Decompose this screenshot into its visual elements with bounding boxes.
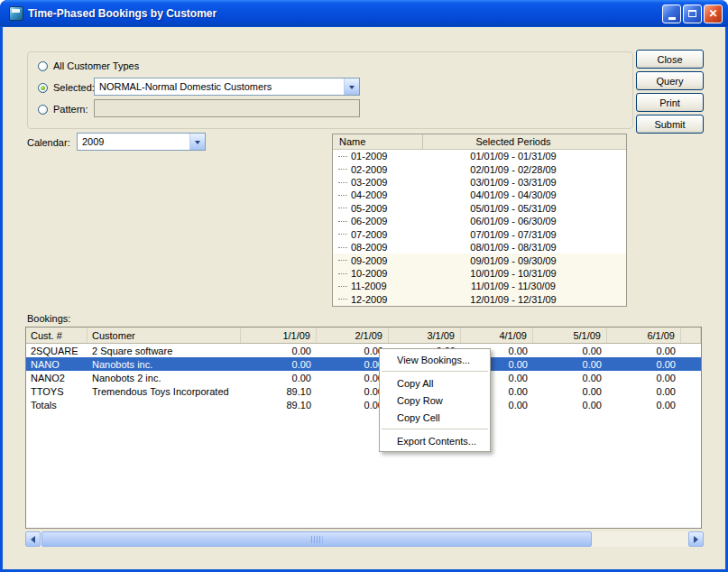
- tree-branch-icon: [338, 208, 347, 208]
- booking-value-cell: 0.00: [241, 373, 317, 383]
- bookings-body: 2SQUARE2 Square software0.000.000.000.00…: [26, 344, 701, 528]
- radio-row-all-customers: All Customer Types: [38, 57, 139, 75]
- bookings-row[interactable]: NANONanobots inc.0.000.000.000.000.000.0…: [26, 357, 701, 371]
- customer-type-value: NORMAL-Normal Domestic Customers: [95, 81, 344, 92]
- print-button[interactable]: Print: [636, 93, 704, 112]
- period-name: 05-2009: [351, 203, 387, 214]
- booking-value-cell: 0.00: [533, 386, 607, 397]
- booking-value-cell: 0.00: [317, 359, 389, 370]
- period-row[interactable]: 11-200911/01/09 - 11/30/09: [333, 280, 626, 292]
- period-row[interactable]: 02-200902/01/09 - 02/28/09: [333, 162, 626, 175]
- selected-radio[interactable]: [38, 83, 48, 93]
- bookings-column-header[interactable]: 5/1/09: [533, 328, 607, 343]
- booking-value-cell: 0.00: [607, 373, 681, 383]
- periods-panel: Name Selected Periods 01-200901/01/09 - …: [332, 134, 627, 307]
- periods-header: Name Selected Periods: [333, 134, 626, 150]
- bookings-row[interactable]: TTOYSTremendous Toys Incorporated89.100.…: [26, 384, 701, 398]
- booking-value-cell: 0.00: [607, 359, 681, 370]
- cust-number-cell: 2SQUARE: [26, 346, 88, 356]
- period-name: 01-2009: [351, 151, 387, 161]
- period-row[interactable]: 07-200907/01/09 - 07/31/09: [333, 228, 626, 241]
- menu-item[interactable]: Copy Cell: [380, 409, 490, 426]
- tree-branch-icon: [338, 169, 347, 170]
- bookings-column-header[interactable]: 6/1/09: [607, 328, 681, 343]
- bookings-row[interactable]: 2SQUARE2 Square software0.000.000.000.00…: [26, 344, 701, 357]
- selected-label[interactable]: Selected:: [53, 82, 95, 93]
- titlebar-maximize-button[interactable]: [683, 5, 702, 23]
- booking-value-cell: 0.00: [533, 400, 607, 411]
- dropdown-arrow-icon: [349, 86, 355, 92]
- menu-separator: [382, 371, 488, 372]
- all-customer-types-radio[interactable]: [38, 61, 48, 71]
- all-customer-types-label[interactable]: All Customer Types: [53, 60, 139, 71]
- period-range: 08/01/09 - 08/31/09: [423, 242, 604, 253]
- close-button[interactable]: Close: [636, 50, 704, 69]
- dropdown-arrow-icon: [195, 141, 200, 147]
- periods-name-column-header[interactable]: Name: [333, 134, 423, 149]
- horizontal-scrollbar[interactable]: [25, 531, 704, 547]
- menu-item[interactable]: Copy Row: [380, 392, 490, 409]
- calendar-dropdown-button[interactable]: [189, 134, 205, 150]
- period-name: 07-2009: [351, 229, 387, 240]
- booking-value-cell: 0.00: [533, 373, 607, 383]
- tree-branch-icon: [338, 156, 347, 157]
- tree-branch-icon: [338, 221, 347, 222]
- window: Time-Phased Bookings by Customer ✕ All C…: [0, 0, 728, 572]
- dialog-content: All Customer Types Selected: NORMAL-Norm…: [3, 27, 725, 569]
- period-row[interactable]: 01-200901/01/09 - 01/31/09: [333, 150, 626, 162]
- maximize-icon: [688, 10, 696, 17]
- radio-row-pattern: Pattern:: [38, 100, 88, 118]
- customer-type-combobox[interactable]: NORMAL-Normal Domestic Customers: [94, 78, 360, 96]
- menu-item[interactable]: View Bookings...: [380, 351, 490, 368]
- booking-value-cell: 0.00: [317, 400, 389, 411]
- period-row[interactable]: 08-200908/01/09 - 08/31/09: [333, 241, 626, 254]
- titlebar[interactable]: Time-Phased Bookings by Customer ✕: [0, 0, 728, 27]
- period-range: 02/01/09 - 02/28/09: [423, 164, 604, 175]
- period-name: 08-2009: [351, 242, 387, 253]
- bookings-row[interactable]: Totals89.100.000.000.000.000.00: [26, 398, 701, 411]
- period-row[interactable]: 03-200903/01/09 - 03/31/09: [333, 176, 626, 189]
- period-name: 12-2009: [351, 294, 387, 305]
- period-range: 12/01/09 - 12/31/09: [423, 294, 604, 305]
- calendar-combobox[interactable]: 2009: [77, 133, 206, 151]
- booking-value-cell: 0.00: [317, 386, 389, 397]
- titlebar-minimize-button[interactable]: [662, 5, 681, 23]
- pattern-radio[interactable]: [38, 105, 48, 115]
- period-row[interactable]: 04-200904/01/09 - 04/30/09: [333, 189, 626, 201]
- period-row[interactable]: 05-200905/01/09 - 05/31/09: [333, 202, 626, 215]
- pattern-label[interactable]: Pattern:: [53, 104, 88, 115]
- bookings-column-header[interactable]: 1/1/09: [241, 328, 317, 343]
- period-name: 03-2009: [351, 177, 387, 188]
- scrollbar-thumb[interactable]: [41, 531, 592, 547]
- titlebar-close-button[interactable]: ✕: [704, 5, 723, 23]
- period-row[interactable]: 06-200906/01/09 - 06/30/09: [333, 215, 626, 227]
- bookings-column-header[interactable]: 4/1/09: [461, 328, 533, 343]
- query-button[interactable]: Query: [636, 71, 704, 90]
- submit-button[interactable]: Submit: [636, 115, 704, 134]
- tree-branch-icon: [338, 273, 347, 274]
- period-row[interactable]: 09-200909/01/09 - 09/30/09: [333, 254, 626, 266]
- menu-item[interactable]: Export Contents...: [380, 432, 490, 449]
- periods-range-column-header[interactable]: Selected Periods: [423, 136, 604, 147]
- customer-type-dropdown-button[interactable]: [344, 78, 359, 95]
- scroll-left-button[interactable]: [25, 531, 41, 547]
- close-icon: ✕: [708, 8, 717, 19]
- header-filler: [681, 328, 701, 343]
- minimize-icon: [668, 17, 676, 20]
- bookings-column-header[interactable]: Cust. #: [26, 328, 88, 343]
- menu-item[interactable]: Copy All: [380, 374, 490, 392]
- bookings-row[interactable]: NANO2Nanobots 2 inc.0.000.000.000.000.00…: [26, 371, 701, 384]
- period-name: 04-2009: [351, 189, 387, 200]
- bookings-column-header[interactable]: 3/1/09: [389, 328, 461, 343]
- cust-number-cell: Totals: [26, 400, 88, 411]
- bookings-column-header[interactable]: Customer: [88, 328, 241, 343]
- tree-branch-icon: [338, 260, 347, 261]
- bookings-column-header[interactable]: 2/1/09: [317, 328, 389, 343]
- scroll-right-button[interactable]: [688, 531, 704, 547]
- customer-name-cell: Nanobots 2 inc.: [88, 373, 241, 383]
- scrollbar-grip-icon: [311, 536, 323, 543]
- period-range: 10/01/09 - 10/31/09: [423, 268, 604, 279]
- pattern-input[interactable]: [94, 99, 360, 117]
- period-row[interactable]: 12-200912/01/09 - 12/31/09: [333, 293, 626, 306]
- period-row[interactable]: 10-200910/01/09 - 10/31/09: [333, 267, 626, 280]
